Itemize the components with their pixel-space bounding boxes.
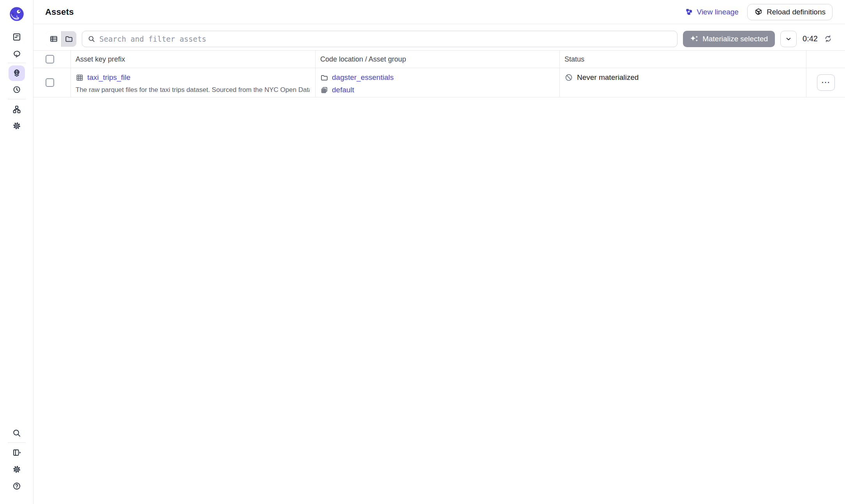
asset-group-icon (320, 86, 328, 94)
chevron-down-icon (785, 35, 792, 42)
sidebar-divider (8, 99, 26, 99)
nav-schedules-icon[interactable] (9, 82, 25, 97)
table-row: taxi_trips_file The raw parquet files fo… (34, 68, 845, 97)
row-checkbox[interactable] (46, 78, 54, 87)
view-mode-toggle (46, 31, 76, 47)
view-lineage-label: View lineage (697, 8, 739, 16)
table-header-row: Asset key prefix Code location / Asset g… (34, 50, 845, 68)
expand-panel-icon[interactable] (9, 445, 25, 460)
dagster-logo-icon[interactable] (9, 7, 24, 21)
flat-view-toggle-button[interactable] (46, 31, 61, 47)
status-text: Never materialized (577, 73, 639, 82)
app-root: Assets View lineage (0, 0, 845, 504)
column-header-status: Status (560, 51, 806, 68)
column-header-asset-key: Asset key prefix (71, 51, 316, 68)
sidebar-search-icon[interactable] (9, 425, 25, 441)
asset-table-icon (76, 74, 84, 82)
page-title: Assets (45, 7, 74, 17)
nav-overview-icon[interactable] (9, 29, 25, 45)
more-actions-label: … (821, 74, 831, 85)
code-location-link[interactable]: dagster_essentials (332, 73, 393, 82)
search-input-wrapper (82, 31, 677, 47)
sidebar-nav-top (8, 29, 26, 134)
column-header-actions (806, 51, 845, 68)
view-lineage-link[interactable]: View lineage (685, 8, 739, 16)
main-content: Assets View lineage (34, 0, 845, 504)
select-all-checkbox[interactable] (46, 55, 54, 63)
asset-description: The raw parquet files for the taxi trips… (76, 85, 310, 95)
reload-definitions-label: Reload definitions (767, 8, 826, 16)
user-settings-gear-icon[interactable] (9, 462, 25, 477)
search-input[interactable] (99, 35, 672, 43)
table-view-icon (49, 35, 58, 43)
reload-definitions-button[interactable]: Reload definitions (747, 4, 833, 20)
search-icon (88, 35, 95, 43)
folder-view-icon (65, 35, 73, 43)
materialize-selected-label: Materialize selected (702, 35, 768, 43)
nav-runs-icon[interactable] (9, 46, 25, 61)
status-cell: Never materialized (560, 68, 806, 97)
nav-assets-icon[interactable] (9, 65, 25, 81)
folder-view-toggle-button[interactable] (61, 31, 76, 47)
asset-key-link[interactable]: taxi_trips_file (87, 73, 131, 82)
assets-table: Asset key prefix Code location / Asset g… (34, 50, 845, 97)
folder-icon (320, 74, 328, 82)
topbar: Assets View lineage (34, 0, 845, 24)
sidebar (0, 0, 34, 504)
row-actions-cell: … (806, 68, 845, 97)
nav-settings-gear-icon[interactable] (9, 118, 25, 134)
asset-group-link[interactable]: default (332, 86, 354, 94)
header-checkbox-cell (34, 51, 71, 68)
nav-deployment-icon[interactable] (9, 102, 25, 117)
sidebar-divider (8, 442, 26, 443)
refresh-icon[interactable] (823, 34, 833, 44)
refresh-countdown: 0:42 (803, 34, 818, 43)
lineage-graph-icon (685, 8, 693, 16)
materialize-selected-button[interactable]: Materialize selected (683, 31, 775, 47)
asset-key-cell: taxi_trips_file The raw parquet files fo… (71, 68, 316, 97)
sidebar-nav-bottom (8, 425, 26, 494)
help-icon[interactable] (9, 478, 25, 494)
code-location-cell: dagster_essentials (316, 68, 560, 97)
assets-toolbar: Materialize selected 0:42 (34, 24, 845, 50)
column-header-code-location: Code location / Asset group (316, 51, 560, 68)
never-materialized-icon (565, 73, 573, 82)
topbar-actions: View lineage Reload definitions (685, 4, 833, 20)
more-actions-button[interactable]: … (817, 74, 835, 91)
reload-cube-icon (754, 8, 763, 16)
row-checkbox-cell (34, 68, 71, 97)
sparkle-icon (690, 35, 699, 42)
materialize-options-dropdown-button[interactable] (780, 31, 797, 47)
sidebar-divider (8, 63, 26, 63)
